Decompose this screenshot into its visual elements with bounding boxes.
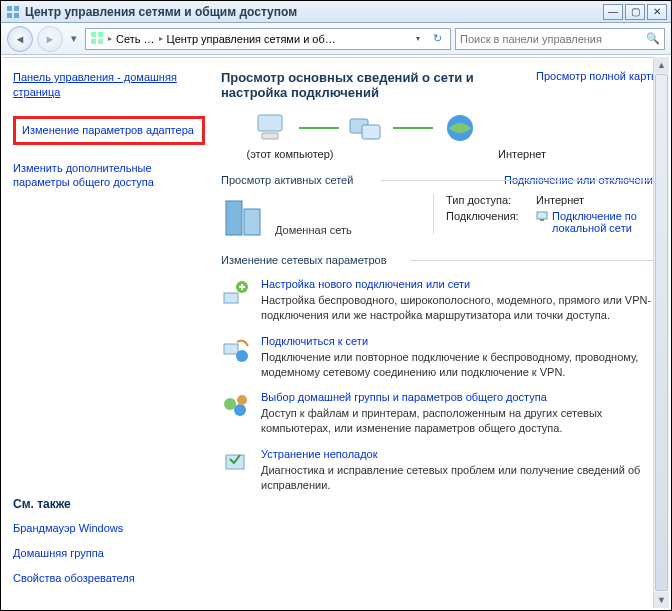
vertical-scrollbar[interactable]: ▲ ▼ (653, 57, 669, 608)
window-title: Центр управления сетями и общим доступом (25, 5, 603, 19)
svg-rect-1 (14, 6, 19, 11)
svg-rect-11 (362, 125, 380, 139)
svg-rect-0 (7, 6, 12, 11)
svg-rect-5 (98, 32, 103, 37)
caption-mid (353, 148, 483, 160)
close-button[interactable]: ✕ (647, 4, 667, 20)
search-icon[interactable]: 🔍 (646, 32, 660, 45)
link-connect-disconnect[interactable]: Подключение или отключение (504, 174, 659, 186)
navbar: ◄ ► ▾ ▸ Сеть … ▸ Центр управления сетями… (1, 23, 671, 55)
item-connect-network: Подключиться к сети Подключение или повт… (221, 335, 659, 380)
svg-point-22 (234, 404, 246, 416)
search-box[interactable]: Поиск в панели управления 🔍 (455, 28, 665, 50)
back-button[interactable]: ◄ (7, 26, 33, 52)
svg-point-21 (224, 398, 236, 410)
see-also-heading: См. также (13, 497, 205, 511)
address-dropdown-icon[interactable]: ▾ (416, 34, 420, 43)
network-map (251, 110, 659, 146)
crumb-network[interactable]: Сеть … (116, 33, 155, 45)
nav-history-dropdown[interactable]: ▾ (67, 32, 81, 45)
access-type-value: Интернет (536, 194, 659, 206)
network-properties: Тип доступа: Интернет Подключения: Подкл… (433, 194, 659, 234)
svg-rect-18 (224, 293, 238, 303)
sidebar: Панель управления - домашняя страница Из… (3, 58, 215, 608)
forward-button[interactable]: ► (37, 26, 63, 52)
setup-connection-icon (221, 278, 251, 308)
svg-rect-9 (262, 133, 278, 139)
svg-rect-19 (224, 344, 238, 354)
desc-connect-network: Подключение или повторное подключение к … (261, 350, 659, 380)
scroll-up-arrow[interactable]: ▲ (654, 57, 669, 73)
caption-this-pc: (этот компьютер) (231, 148, 349, 160)
link-internet-options[interactable]: Свойства обозревателя (13, 571, 205, 586)
scroll-thumb[interactable] (655, 74, 668, 591)
connections-label: Подключения: (446, 210, 536, 234)
desc-setup-connection: Настройка беспроводного, широкополосного… (261, 293, 659, 323)
link-troubleshoot[interactable]: Устранение неполадок (261, 448, 378, 460)
crumb-center[interactable]: Центр управления сетями и об… (167, 33, 336, 45)
map-connector (393, 127, 433, 129)
access-type-label: Тип доступа: (446, 194, 536, 206)
network-device-icon (345, 110, 387, 146)
link-firewall[interactable]: Брандмауэр Windows (13, 521, 205, 536)
search-placeholder: Поиск в панели управления (460, 33, 642, 45)
item-troubleshoot: Устранение неполадок Диагностика и испра… (221, 448, 659, 493)
network-name: Доменная сеть (275, 224, 425, 236)
link-full-map[interactable]: Просмотр полной карты (536, 70, 659, 82)
app-icon (5, 4, 21, 20)
chevron-right-icon: ▸ (108, 34, 112, 43)
chevron-right-icon: ▸ (159, 34, 163, 43)
svg-point-23 (237, 395, 247, 405)
control-panel-icon (90, 31, 104, 47)
svg-rect-15 (537, 212, 547, 219)
link-setup-connection[interactable]: Настройка нового подключения или сети (261, 278, 470, 290)
section-change-settings: Изменение сетевых параметров (221, 254, 659, 266)
this-pc-icon (251, 110, 293, 146)
link-homegroup-options[interactable]: Выбор домашней группы и параметров общег… (261, 391, 547, 403)
domain-network-icon (221, 194, 267, 240)
svg-rect-4 (91, 32, 96, 37)
desc-homegroup-options: Доступ к файлам и принтерам, расположенн… (261, 406, 659, 436)
desc-troubleshoot: Диагностика и исправление сетевых пробле… (261, 463, 659, 493)
svg-rect-16 (540, 219, 544, 221)
section-active-networks: Просмотр активных сетей Подключение или … (221, 174, 659, 186)
troubleshoot-icon (221, 448, 251, 478)
refresh-button[interactable]: ↻ (428, 32, 446, 45)
svg-rect-6 (91, 39, 96, 44)
active-network-block: Доменная сеть Тип доступа: Интернет Подк… (221, 194, 659, 240)
item-setup-connection: Настройка нового подключения или сети На… (221, 278, 659, 323)
item-homegroup: Выбор домашней группы и параметров общег… (221, 391, 659, 436)
svg-rect-7 (98, 39, 103, 44)
address-bar[interactable]: ▸ Сеть … ▸ Центр управления сетями и об…… (85, 28, 451, 50)
homegroup-icon (221, 391, 251, 421)
link-homegroup[interactable]: Домашняя группа (13, 546, 205, 561)
lan-icon (536, 210, 548, 224)
scroll-down-arrow[interactable]: ▼ (654, 592, 669, 608)
svg-rect-3 (14, 13, 19, 18)
link-advanced-sharing[interactable]: Изменить дополнительные параметры общего… (13, 161, 205, 191)
map-connector (299, 127, 339, 129)
internet-icon (439, 110, 481, 146)
svg-point-20 (236, 350, 248, 362)
link-connect-network[interactable]: Подключиться к сети (261, 335, 368, 347)
minimize-button[interactable]: — (603, 4, 623, 20)
caption-internet: Интернет (487, 148, 557, 160)
svg-rect-14 (244, 209, 260, 235)
link-change-adapter-settings-highlighted: Изменение параметров адаптера (13, 116, 205, 145)
main-content: Просмотр полной карты Просмотр основных … (215, 58, 669, 608)
link-lan-connection[interactable]: Подключение по локальной сети (552, 210, 659, 234)
maximize-button[interactable]: ▢ (625, 4, 645, 20)
svg-rect-2 (7, 13, 12, 18)
link-control-panel-home[interactable]: Панель управления - домашняя страница (13, 70, 205, 100)
titlebar: Центр управления сетями и общим доступом… (1, 1, 671, 23)
see-also-section: См. также Брандмауэр Windows Домашняя гр… (13, 497, 205, 596)
svg-rect-13 (226, 201, 242, 235)
connect-network-icon (221, 335, 251, 365)
link-change-adapter-settings[interactable]: Изменение параметров адаптера (22, 123, 196, 138)
svg-rect-8 (258, 115, 282, 131)
